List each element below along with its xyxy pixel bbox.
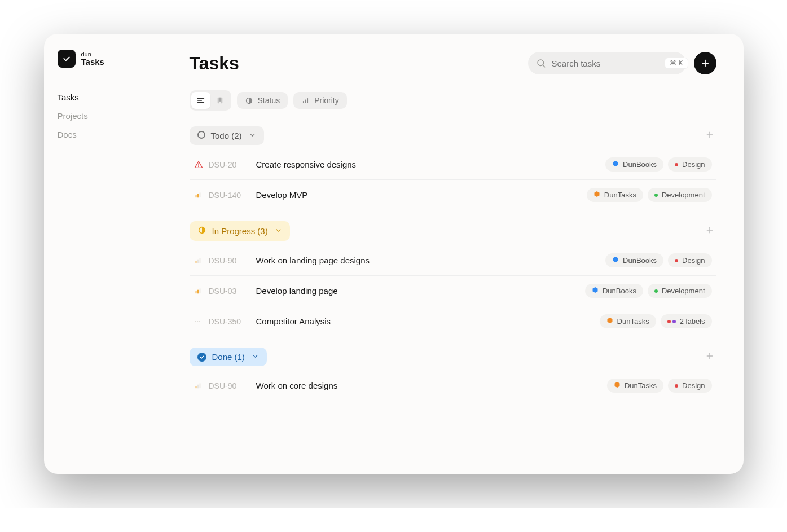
chevron-down-icon — [274, 226, 282, 236]
group-by-priority[interactable]: Priority — [293, 92, 347, 109]
task-groups: Todo (2) DSU-20 Create responsive design… — [190, 126, 716, 401]
group-todo: Todo (2) DSU-20 Create responsive design… — [190, 126, 716, 210]
task-title: Develop MVP — [256, 190, 587, 200]
priority-icon — [194, 287, 209, 295]
task-id: DSU-03 — [209, 287, 256, 296]
task-id: DSU-20 — [209, 160, 256, 169]
sidebar-item-tasks[interactable]: Tasks — [58, 90, 149, 104]
status-icon — [197, 226, 206, 236]
task-id: DSU-90 — [209, 256, 256, 265]
project-hex-icon — [614, 381, 621, 390]
search-icon — [536, 58, 546, 68]
label-text: Design — [682, 381, 705, 390]
add-task-in-done[interactable] — [703, 348, 716, 366]
label-tag[interactable]: Design — [668, 379, 711, 393]
project-label: DunBooks — [623, 160, 657, 169]
group-toggle-done[interactable]: Done (1) — [190, 348, 267, 366]
task-title: Work on core designs — [256, 381, 607, 390]
task-title: Competitor Analysis — [256, 316, 600, 326]
project-label: DunBooks — [623, 256, 657, 265]
task-row[interactable]: DSU-350 Competitor Analysis DunTasks 2 l… — [190, 306, 716, 336]
project-tag[interactable]: DunTasks — [587, 188, 643, 202]
task-id: DSU-90 — [209, 381, 256, 390]
project-label: DunBooks — [603, 287, 636, 295]
toolbar: Status Priority — [190, 90, 716, 111]
board-icon — [216, 96, 225, 105]
search-input[interactable] — [546, 59, 665, 68]
priority-icon — [194, 318, 209, 326]
label-tag[interactable]: 2 labels — [661, 314, 712, 328]
task-row[interactable]: DSU-03 Develop landing page DunBooks Dev… — [190, 276, 716, 306]
label-text: Development — [662, 287, 705, 295]
svg-marker-41 — [614, 382, 619, 388]
label-tag[interactable]: Design — [668, 253, 711, 267]
add-task-button[interactable] — [694, 52, 716, 74]
label-tag[interactable]: Design — [668, 157, 711, 172]
add-task-in-inprogress[interactable] — [703, 222, 716, 240]
board-view-button[interactable] — [210, 92, 230, 109]
add-task-in-todo[interactable] — [703, 127, 716, 144]
plus-icon — [705, 130, 714, 139]
group-label: Done (1) — [212, 352, 245, 362]
group-toggle-todo[interactable]: Todo (2) — [190, 126, 264, 145]
label-dot-icon — [675, 259, 678, 262]
project-hex-icon — [592, 287, 599, 295]
search-shortcut: ⌘ K — [665, 58, 688, 69]
plus-icon — [705, 351, 714, 360]
content-header: Tasks ⌘ K — [190, 52, 716, 74]
project-tag[interactable]: DunBooks — [605, 253, 663, 267]
priority-chip-label: Priority — [314, 96, 339, 105]
label-tag[interactable]: Development — [648, 188, 712, 202]
bars-icon — [301, 96, 310, 105]
group-by-status[interactable]: Status — [237, 92, 288, 109]
project-tag[interactable]: DunBooks — [585, 284, 643, 298]
project-tag[interactable]: DunTasks — [600, 314, 656, 328]
content: Tasks ⌘ K — [162, 34, 744, 474]
priority-icon — [194, 191, 209, 199]
svg-marker-18 — [613, 161, 618, 166]
project-tag[interactable]: DunTasks — [607, 379, 663, 393]
priority-icon — [194, 257, 209, 265]
project-label: DunTasks — [604, 191, 636, 199]
project-hex-icon — [593, 191, 600, 199]
task-id: DSU-350 — [209, 317, 256, 326]
sidebar-item-docs[interactable]: Docs — [58, 127, 149, 142]
task-row[interactable]: DSU-90 Work on landing page designs DunB… — [190, 245, 716, 276]
priority-icon — [194, 382, 209, 390]
project-label: DunTasks — [617, 317, 649, 326]
logo-icon — [58, 50, 76, 68]
sidebar-item-projects[interactable]: Projects — [58, 109, 149, 123]
svg-marker-29 — [613, 257, 618, 262]
task-row[interactable]: DSU-140 Develop MVP DunTasks Development — [190, 180, 716, 210]
list-view-button[interactable] — [191, 92, 210, 109]
label-text: Design — [682, 160, 705, 169]
plus-icon — [705, 226, 714, 235]
group-toggle-inprogress[interactable]: In Progress (3) — [190, 221, 290, 241]
multi-label-icon — [667, 320, 676, 323]
task-title: Create responsive designs — [256, 160, 606, 169]
task-id: DSU-140 — [209, 191, 256, 200]
task-row[interactable]: DSU-20 Create responsive designs DunBook… — [190, 150, 716, 180]
project-hex-icon — [612, 256, 619, 265]
group-inprogress: In Progress (3) DSU-90 Work on landing p… — [190, 221, 716, 336]
label-tag[interactable]: Development — [648, 284, 712, 298]
svg-marker-33 — [592, 287, 597, 293]
project-label: DunTasks — [625, 381, 657, 390]
task-title: Develop landing page — [256, 286, 585, 296]
search-box[interactable]: ⌘ K — [528, 52, 686, 74]
task-row[interactable]: DSU-90 Work on core designs DunTasks Des… — [190, 371, 716, 401]
brand-big: Tasks — [81, 58, 104, 67]
nav: TasksProjectsDocs — [58, 90, 149, 142]
label-text: Development — [662, 191, 705, 199]
list-icon — [196, 96, 205, 105]
chevron-down-icon — [248, 131, 256, 140]
project-tag[interactable]: DunBooks — [605, 157, 663, 172]
brand-small: dun — [81, 51, 104, 58]
brand: dun Tasks — [58, 50, 149, 68]
label-dot-icon — [675, 384, 678, 388]
half-circle-icon — [245, 96, 253, 105]
task-title: Work on landing page designs — [256, 256, 606, 265]
svg-point-17 — [198, 166, 199, 167]
group-label: Todo (2) — [211, 131, 242, 140]
status-icon — [197, 353, 206, 362]
